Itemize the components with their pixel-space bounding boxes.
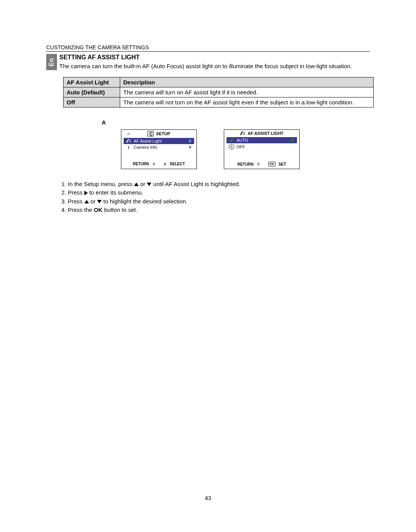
check-icon: [290, 138, 295, 143]
x-circle-icon: X: [229, 144, 234, 149]
info-icon: i: [126, 145, 131, 149]
options-table: AF Assist Light Description Auto (Defaul…: [63, 77, 374, 107]
intro-text: The camera can turn the built-in AF (Aut…: [59, 62, 370, 70]
figure-label: A: [102, 119, 370, 126]
menu-label: OFF: [237, 144, 245, 149]
step-text: button to set.: [102, 206, 138, 213]
menu-label: AF Assist Light: [134, 139, 162, 143]
submenu-arrow: [189, 139, 192, 143]
step-text: In the Setup menu, press: [68, 181, 134, 187]
step-text: Press: [68, 198, 84, 205]
step-text: Press the: [68, 206, 94, 213]
footer-select: SELECT: [170, 162, 185, 166]
step-4: Press the OK button to set.: [68, 206, 370, 215]
up-arrow-icon: [84, 200, 89, 203]
ok-text: OK: [94, 206, 103, 213]
instruction-list: In the Setup menu, press or until AF Ass…: [59, 180, 370, 215]
step-text: until AF Assist Light is highlighted.: [151, 181, 240, 187]
row-desc: The camera will not turn on the AF assis…: [120, 97, 374, 107]
submenu-arrow: [189, 145, 192, 149]
ok-badge: OK: [268, 162, 275, 166]
col-header-desc: Description: [120, 77, 374, 87]
step-text: or: [89, 198, 97, 205]
language-tab: En: [46, 54, 57, 70]
row-desc: The camera will turn on AF assist light …: [120, 87, 374, 97]
row-key: Auto (Default): [64, 87, 120, 97]
step-text: Press: [68, 189, 84, 196]
chevron-up-icon: [127, 132, 131, 135]
table-row: Off The camera will not turn on the AF a…: [64, 97, 374, 107]
language-label: En: [48, 58, 55, 66]
footer-return: RETURN: [237, 162, 253, 166]
footer-return: RETURN: [133, 162, 149, 166]
menu-item-camera-info[interactable]: i Camera Info.: [124, 144, 194, 150]
panel-title-bar: AF ASSIST LIGHT: [224, 130, 299, 136]
chevron-right-icon: [164, 162, 167, 166]
panel-title: SETUP: [156, 131, 170, 136]
step-3: Press or to highlight the desired select…: [68, 197, 370, 206]
table-row: Auto (Default) The camera will turn on A…: [64, 87, 374, 97]
footer-set: SET: [278, 162, 286, 166]
af-assist-panel: AF ASSIST LIGHT AUTO: [224, 129, 300, 169]
section-header: CUSTOMIZING THE CAMERA SETTINGS: [46, 44, 370, 50]
menu-item-af-assist[interactable]: AF Assist Light: [124, 138, 194, 144]
beam-icon: [126, 139, 131, 143]
chevron-left-icon: [152, 162, 155, 166]
row-key: Off: [64, 97, 120, 107]
screen-panels: SETUP AF Assist Light i Camera Info: [121, 129, 370, 169]
divider: [46, 51, 370, 52]
beam-icon: [240, 131, 245, 136]
step-text: to highlight the desired selection.: [102, 198, 188, 205]
setup-panel: SETUP AF Assist Light i Camera Info: [121, 129, 197, 169]
panel-title-bar: SETUP: [121, 130, 196, 136]
chevron-right-icon: [189, 145, 192, 149]
panel-title: AF ASSIST LIGHT: [248, 131, 283, 136]
tools-icon: [148, 131, 154, 136]
menu-item-off[interactable]: X OFF: [226, 143, 297, 150]
step-2: Press to enter its submenu.: [68, 188, 370, 197]
step-text: to enter its submenu.: [88, 189, 143, 196]
down-arrow-icon: [147, 183, 151, 186]
panel-footer: RETURN OK SET: [224, 150, 299, 169]
table-header-row: AF Assist Light Description: [64, 77, 374, 87]
menu-label: AUTO: [237, 138, 248, 143]
up-arrow-icon: [134, 183, 139, 186]
step-text: or: [139, 181, 147, 187]
menu-item-auto[interactable]: AUTO: [226, 137, 297, 143]
page-heading: SETTING AF ASSIST LIGHT: [59, 54, 370, 61]
panel-menu: AF Assist Light i Camera Info.: [124, 138, 194, 150]
menu-label: Camera Info.: [134, 145, 158, 149]
check-icon: [229, 138, 234, 143]
step-1: In the Setup menu, press or until AF Ass…: [68, 180, 370, 189]
down-arrow-icon: [97, 200, 102, 203]
right-arrow-icon: [84, 191, 88, 195]
panel-footer: RETURN SELECT: [121, 150, 196, 168]
chevron-left-icon: [257, 162, 259, 166]
chevron-right-icon: [189, 139, 192, 143]
page-number: 43: [0, 495, 416, 501]
col-header-name: AF Assist Light: [64, 77, 120, 87]
panel-menu: AUTO X OFF: [226, 137, 297, 150]
